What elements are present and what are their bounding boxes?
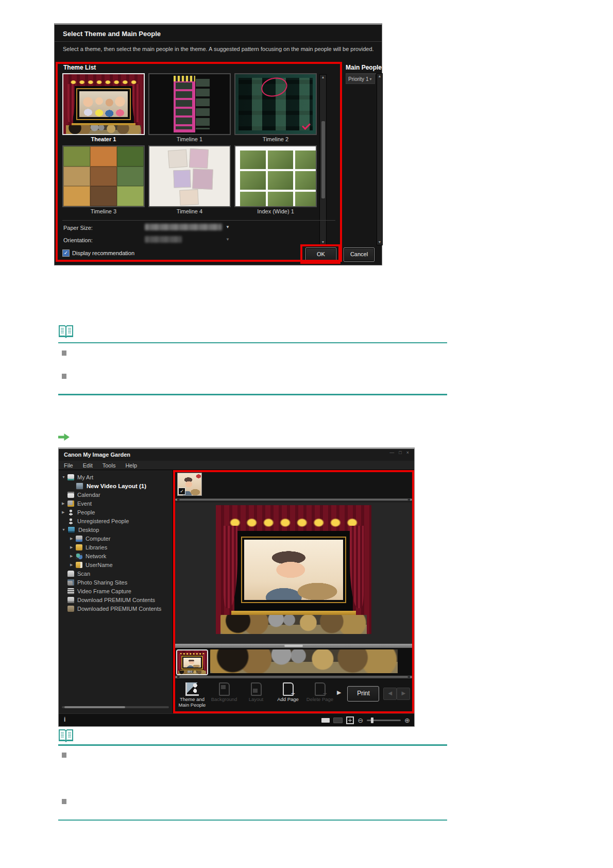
page-thumbnail-strip — [173, 648, 414, 675]
close-icon[interactable]: × — [406, 449, 409, 456]
menu-tools[interactable]: Tools — [103, 462, 116, 469]
sidebar-item-photo-sharing-sites[interactable]: Photo Sharing Sites — [59, 578, 173, 587]
theme-thumbnail[interactable] — [148, 73, 231, 135]
view-mode-detail-icon[interactable] — [333, 717, 343, 723]
source-photo-thumbnail[interactable]: ✓ — [177, 473, 202, 496]
sidebar-horizontal-scrollbar[interactable] — [62, 706, 169, 708]
sidebar-item-scan[interactable]: Scan — [59, 569, 173, 578]
paper-size-value-redacted[interactable] — [145, 224, 222, 230]
sidebar-item-network[interactable]: ▶ Network — [59, 552, 173, 560]
theme-timeline-1[interactable]: Timeline 1 — [148, 73, 231, 144]
orientation-dropdown-icon[interactable]: ▼ — [226, 237, 230, 242]
priority-selector[interactable]: Priority 1 ▼ — [346, 74, 375, 84]
scroll-left-icon[interactable]: ◀ — [175, 498, 177, 502]
maximize-icon[interactable]: □ — [399, 449, 401, 456]
menu-help[interactable]: Help — [125, 462, 137, 469]
splitter-handle[interactable] — [284, 645, 303, 647]
scroll-left-icon[interactable]: ◀ — [175, 675, 177, 679]
expander-down-icon[interactable]: ▼ — [62, 475, 67, 479]
sidebar-item-event[interactable]: ▶ Event — [59, 499, 173, 508]
theme-theater-1[interactable]: Theater 1 — [62, 73, 145, 144]
background-button[interactable]: Background — [208, 682, 240, 702]
theme-timeline-2[interactable]: Timeline 2 — [234, 73, 317, 144]
info-icon[interactable]: i — [64, 716, 65, 723]
add-page-icon: + — [283, 682, 294, 696]
theme-timeline-3[interactable]: Timeline 3 — [62, 145, 145, 216]
print-button[interactable]: Print — [347, 686, 379, 702]
expander-down-icon[interactable]: ▼ — [62, 528, 67, 531]
sidebar-item-my-art[interactable]: ▼ My Art — [59, 473, 173, 481]
fit-to-window-icon[interactable] — [346, 716, 354, 724]
horizontal-scrollbar[interactable]: ◀ ▶ — [173, 675, 414, 679]
zoom-out-icon[interactable]: ⊖ — [357, 717, 363, 724]
menu-file[interactable]: File — [64, 462, 73, 469]
scrollbar-thumb[interactable] — [179, 676, 408, 678]
theme-thumbnail[interactable] — [62, 73, 145, 135]
theme-timeline-4[interactable]: Timeline 4 — [148, 145, 231, 216]
expander-right-icon[interactable]: ▶ — [70, 545, 76, 549]
horizontal-scrollbar[interactable]: ◀ ▶ — [173, 497, 414, 502]
theme-thumbnail[interactable] — [234, 73, 317, 135]
people-icon — [67, 509, 74, 515]
paper-size-dropdown-icon[interactable]: ▼ — [226, 225, 230, 229]
cancel-button[interactable]: Cancel — [344, 247, 374, 262]
scroll-down-icon[interactable]: ▼ — [321, 240, 325, 245]
previous-page-button[interactable]: ◀ — [383, 688, 397, 700]
expander-right-icon[interactable]: ▶ — [62, 510, 67, 514]
scroll-right-icon[interactable]: ▶ — [410, 498, 413, 502]
minimize-icon[interactable]: — — [389, 449, 394, 456]
scroll-up-icon[interactable]: ▲ — [321, 75, 325, 80]
page-preview[interactable] — [173, 502, 414, 644]
sidebar-item-people[interactable]: ▶ People — [59, 508, 173, 516]
expander-right-icon[interactable]: ▶ — [70, 537, 76, 541]
main-people-scrollbar[interactable]: ▲ ▼ — [377, 73, 383, 245]
theme-thumbnail[interactable] — [148, 145, 231, 207]
theme-and-main-people-button[interactable]: Theme and Main People — [176, 682, 208, 708]
sidebar-item-username[interactable]: ▶ UserName — [59, 560, 173, 569]
orientation-value-redacted[interactable] — [145, 236, 182, 243]
next-page-button[interactable]: ▶ — [397, 688, 410, 700]
sidebar-item-calendar[interactable]: Calendar — [59, 490, 173, 499]
theme-index-wide-1[interactable]: Index (Wide) 1 — [234, 145, 317, 216]
view-mode-thumbnail-icon[interactable] — [321, 718, 330, 723]
zoom-slider-handle[interactable] — [371, 717, 373, 723]
expander-right-icon[interactable]: ▶ — [70, 554, 76, 558]
preview-splitter[interactable] — [173, 644, 414, 648]
sidebar-item-computer[interactable]: ▶ Computer — [59, 534, 173, 543]
note-top-rule — [58, 342, 447, 343]
layout-button[interactable]: Layout — [240, 682, 272, 702]
page-1-thumbnail[interactable] — [176, 649, 208, 675]
zoom-in-icon[interactable]: ⊕ — [404, 717, 410, 724]
expander-right-icon[interactable]: ▶ — [62, 502, 67, 506]
scrollbar-thumb[interactable] — [179, 499, 408, 500]
ok-button[interactable]: OK — [305, 247, 336, 262]
scrollbar-thumb[interactable] — [64, 706, 125, 708]
sidebar-item-downloaded-premium[interactable]: Downloaded PREMIUM Contents — [59, 604, 173, 613]
sidebar-item-new-video-layout[interactable]: New Video Layout (1) — [59, 481, 173, 490]
zoom-slider[interactable] — [367, 720, 401, 721]
sidebar-item-download-premium[interactable]: Download PREMIUM Contents — [59, 595, 173, 604]
sidebar-item-desktop[interactable]: ▼ Desktop — [59, 525, 173, 534]
scroll-up-icon[interactable]: ▲ — [378, 74, 382, 79]
main-people-card[interactable]: Priority 1 ▼ — [346, 73, 375, 84]
display-recommendation-checkbox[interactable]: ✓ — [62, 249, 70, 257]
user-folder-icon — [76, 562, 82, 568]
scroll-right-icon[interactable]: ▶ — [410, 675, 413, 679]
expander-right-icon[interactable]: ▶ — [70, 563, 76, 567]
scroll-down-icon[interactable]: ▼ — [378, 240, 382, 245]
sidebar-item-unregistered-people[interactable]: Unregistered People — [59, 516, 173, 525]
theme-thumbnail[interactable] — [234, 145, 317, 207]
scrollbar-thumb[interactable] — [321, 121, 325, 198]
menu-edit[interactable]: Edit — [83, 462, 93, 469]
more-tools-icon[interactable]: ▶ — [337, 689, 341, 696]
theme-thumbnail[interactable] — [62, 145, 145, 207]
priority-dropdown-icon[interactable]: ▼ — [369, 77, 372, 81]
title-bar[interactable]: Canon My Image Garden — □ × — [59, 449, 414, 461]
check-icon: ✓ — [180, 489, 184, 494]
delete-page-button[interactable]: − Delete Page — [304, 682, 336, 702]
sidebar-item-libraries[interactable]: ▶ Libraries — [59, 543, 173, 552]
add-page-button[interactable]: + Add Page — [272, 682, 304, 702]
selected-checkbox[interactable]: ✓ — [178, 488, 185, 495]
note-bullet — [62, 350, 66, 356]
sidebar-item-video-frame-capture[interactable]: Video Frame Capture — [59, 587, 173, 595]
